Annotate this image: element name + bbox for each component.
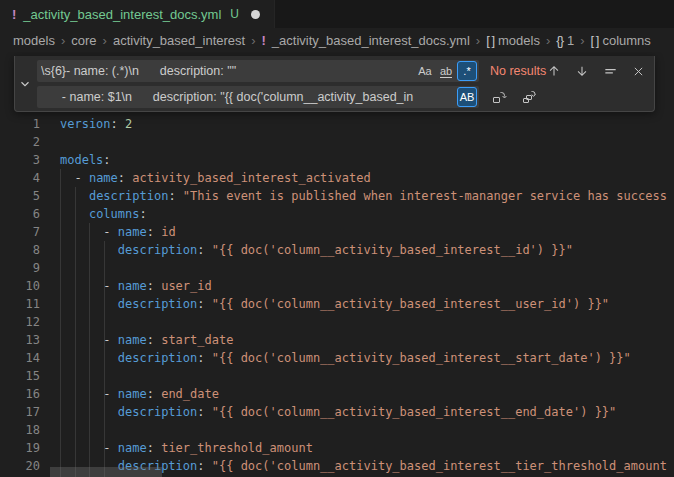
line-number: 3 xyxy=(0,151,40,169)
code-line[interactable]: 14 description: "{{ doc('column__activit… xyxy=(0,349,674,367)
close-icon xyxy=(632,65,645,78)
code-text: description: "This event is published wh… xyxy=(60,187,667,205)
tab-title: _activity_based_interest_docs.yml xyxy=(23,7,221,22)
code-line[interactable]: 15 xyxy=(0,367,674,385)
line-number: 5 xyxy=(0,187,40,205)
toggle-replace-chevron[interactable] xyxy=(15,56,35,111)
breadcrumb-label: 1 xyxy=(567,33,574,48)
breadcrumb-separator: › xyxy=(476,33,480,48)
close-find-button[interactable] xyxy=(628,61,648,81)
replace-icon xyxy=(491,89,507,105)
code-line[interactable]: 12 xyxy=(0,313,674,331)
code-line[interactable]: 7 - name: id xyxy=(0,223,674,241)
line-number: 7 xyxy=(0,223,40,241)
breadcrumb-item-activity_based_interest[interactable]: activity_based_interest xyxy=(113,33,245,48)
code-line[interactable]: 16 - name: end_date xyxy=(0,385,674,403)
horizontal-scrollbar[interactable] xyxy=(50,467,162,477)
line-number: 19 xyxy=(0,439,40,457)
code-line[interactable]: 1version: 2 xyxy=(0,115,674,133)
code-line[interactable]: 17 description: "{{ doc('column__activit… xyxy=(0,403,674,421)
code-line[interactable]: 19 - name: tier_threshold_amount xyxy=(0,439,674,457)
code-line[interactable]: 5 description: "This event is published … xyxy=(0,187,674,205)
replace-button[interactable] xyxy=(489,87,509,107)
code-line[interactable]: 6 columns: xyxy=(0,205,674,223)
preserve-case-button[interactable]: AB xyxy=(457,87,477,107)
breadcrumb-item-1[interactable]: {}1 xyxy=(556,33,574,48)
symbol-array-icon: [ ] xyxy=(591,33,599,48)
code-text: - name: end_date xyxy=(60,385,219,403)
find-row: \s{6}- name: (.*)\n description: "" Aa a… xyxy=(37,60,654,82)
code-text: models: xyxy=(60,151,111,169)
line-number: 15 xyxy=(0,367,40,385)
line-number: 12 xyxy=(0,313,40,331)
code-text: - name: activity_based_interest_activate… xyxy=(60,169,371,187)
find-results-count: No results xyxy=(490,64,546,78)
code-line[interactable]: 3models: xyxy=(0,151,674,169)
code-line[interactable]: 9 xyxy=(0,259,674,277)
breadcrumb-item-columns[interactable]: [ ]columns xyxy=(591,33,651,48)
yaml-file-icon: ! xyxy=(12,7,16,22)
code-text: description: "{{ doc('column__activity_b… xyxy=(60,241,573,259)
code-text: columns: xyxy=(60,205,147,223)
find-in-selection-button[interactable] xyxy=(600,61,620,81)
code-text: - name: tier_threshold_amount xyxy=(60,439,313,457)
line-number: 17 xyxy=(0,403,40,421)
match-case-button[interactable]: Aa xyxy=(415,61,435,81)
modified-dot-icon[interactable] xyxy=(251,10,260,19)
find-input-value: \s{6}- name: (.*)\n description: "" xyxy=(41,64,414,78)
replace-input[interactable]: - name: $1\n description: "{{ doc('colum… xyxy=(37,86,479,108)
code-line[interactable]: 11 description: "{{ doc('column__activit… xyxy=(0,295,674,313)
breadcrumb-separator: › xyxy=(61,33,65,48)
breadcrumb-separator: › xyxy=(546,33,550,48)
line-number: 11 xyxy=(0,295,40,313)
symbol-object-icon: {} xyxy=(556,33,563,48)
breadcrumb-separator: › xyxy=(103,33,107,48)
code-line[interactable]: 4 - name: activity_based_interest_activa… xyxy=(0,169,674,187)
line-number: 13 xyxy=(0,331,40,349)
replace-all-icon xyxy=(521,89,537,105)
code-line[interactable]: 13 - name: start_date xyxy=(0,331,674,349)
code-text: - name: start_date xyxy=(60,331,233,349)
editor[interactable]: 1version: 223models:4 - name: activity_b… xyxy=(0,52,674,477)
find-replace-widget: \s{6}- name: (.*)\n description: "" Aa a… xyxy=(14,56,655,112)
breadcrumb-label: activity_based_interest xyxy=(113,33,245,48)
tab-bar: ! _activity_based_interest_docs.yml U xyxy=(0,0,674,28)
code-line[interactable]: 10 - name: user_id xyxy=(0,277,674,295)
previous-match-button[interactable] xyxy=(544,61,564,81)
breadcrumb-label: columns xyxy=(602,33,650,48)
line-number: 10 xyxy=(0,277,40,295)
code-text: - name: user_id xyxy=(60,277,212,295)
next-match-button[interactable] xyxy=(572,61,592,81)
replace-input-value: - name: $1\n description: "{{ doc('colum… xyxy=(41,90,456,104)
whole-word-button[interactable]: ab xyxy=(436,61,456,81)
code-line[interactable]: 18 xyxy=(0,421,674,439)
line-number: 18 xyxy=(0,421,40,439)
line-number: 14 xyxy=(0,349,40,367)
replace-all-button[interactable] xyxy=(519,87,539,107)
breadcrumb-label: models xyxy=(13,33,55,48)
breadcrumb-separator: › xyxy=(251,33,255,48)
line-number: 8 xyxy=(0,241,40,259)
breadcrumb-label: models xyxy=(498,33,540,48)
find-input[interactable]: \s{6}- name: (.*)\n description: "" Aa a… xyxy=(37,60,479,82)
breadcrumb-item-models[interactable]: [ ]models xyxy=(486,33,540,48)
arrow-up-icon xyxy=(547,64,561,78)
code-text: version: 2 xyxy=(60,115,132,133)
replace-row: - name: $1\n description: "{{ doc('colum… xyxy=(37,86,654,108)
breadcrumb-item-models[interactable]: models xyxy=(13,33,55,48)
breadcrumb-item-_activity_based_interest_docs.yml[interactable]: !_activity_based_interest_docs.yml xyxy=(262,33,470,48)
code-line[interactable]: 2 xyxy=(0,133,674,151)
code-line[interactable]: 8 description: "{{ doc('column__activity… xyxy=(0,241,674,259)
breadcrumb: models›core›activity_based_interest›!_ac… xyxy=(0,28,674,52)
breadcrumb-item-core[interactable]: core xyxy=(71,33,96,48)
breadcrumb-label: _activity_based_interest_docs.yml xyxy=(272,33,470,48)
regex-button[interactable]: .* xyxy=(457,61,477,81)
arrow-down-icon xyxy=(575,64,589,78)
symbol-array-icon: [ ] xyxy=(486,33,494,48)
tab-active[interactable]: ! _activity_based_interest_docs.yml U xyxy=(0,0,275,28)
code-text: - name: id xyxy=(60,223,176,241)
code-text: description: "{{ doc('column__activity_b… xyxy=(60,349,631,367)
git-status-badge: U xyxy=(230,7,239,21)
selection-lines-icon xyxy=(603,64,618,79)
breadcrumb-separator: › xyxy=(580,33,584,48)
